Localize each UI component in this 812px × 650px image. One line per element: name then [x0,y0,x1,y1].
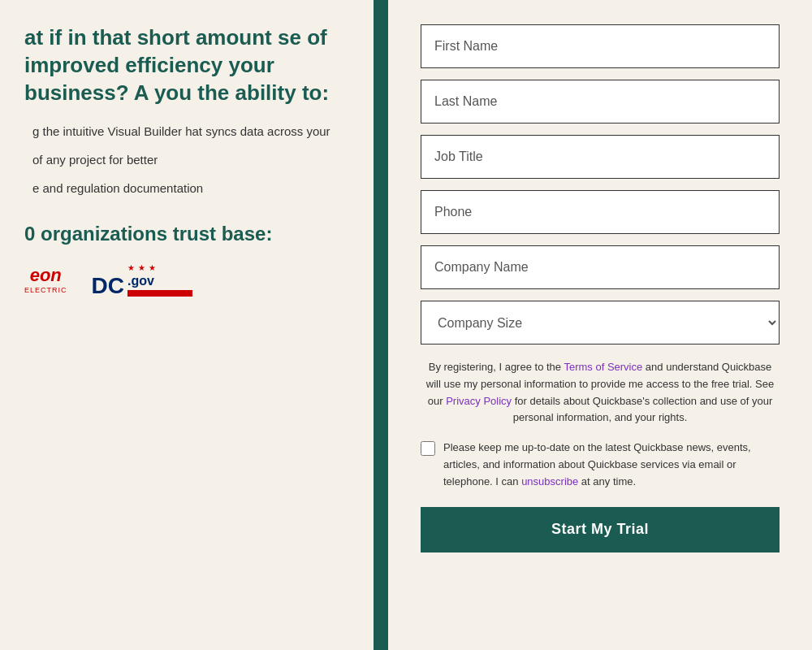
dc-stars: ★ ★ ★ [127,263,156,272]
company-name-input[interactable] [421,245,780,289]
eon-logo: eon ELECTRIC [24,265,67,294]
phone-input[interactable] [421,190,780,234]
eon-logo-subtitle: ELECTRIC [24,286,67,294]
trust-section: 0 organizations trust base: eon ELECTRIC… [24,221,349,296]
last-name-input[interactable] [421,80,780,124]
dc-star-1: ★ [127,263,135,272]
signup-form: Company Size 1-10 11-50 51-200 201-500 5… [421,24,780,552]
company-size-select[interactable]: Company Size 1-10 11-50 51-200 201-500 5… [421,301,780,344]
terms-text-before: By registering, I agree to the [429,361,564,373]
feature-item-1: g the intuitive Visual Builder hat syncs… [24,123,349,140]
newsletter-checkbox[interactable] [421,441,435,456]
feature-list: g the intuitive Visual Builder hat syncs… [24,123,349,197]
job-title-input[interactable] [421,135,780,179]
headline-text: at if in that short amount se of improve… [24,24,349,106]
right-panel: Company Size 1-10 11-50 51-200 201-500 5… [388,0,812,650]
dc-logo: ★ ★ ★ DC .gov [92,263,192,297]
dc-gov-text: .gov [127,274,154,288]
newsletter-label: Please keep me up-to-date on the latest … [443,440,780,490]
newsletter-checkbox-row: Please keep me up-to-date on the latest … [421,440,780,490]
dc-star-2: ★ [138,263,145,272]
eon-logo-text: eon [30,265,62,286]
unsubscribe-link[interactable]: unsubscribe [521,475,578,488]
checkbox-text-after: at any time. [578,475,636,488]
terms-text-after: for details about Quickbase's collection… [512,395,772,424]
logos-container: eon ELECTRIC ★ ★ ★ DC .gov [24,263,349,297]
dc-red-bar [127,290,192,297]
feature-item-3: e and regulation documentation [24,180,349,197]
start-trial-button[interactable]: Start My Trial [421,507,780,552]
feature-item-2: of any project for better [24,151,349,168]
terms-of-service-link[interactable]: Terms of Service [564,361,642,373]
left-panel: at if in that short amount se of improve… [0,0,374,650]
dc-logo-text: DC [92,275,124,296]
terms-paragraph: By registering, I agree to the Terms of … [421,359,780,427]
dc-star-3: ★ [149,263,156,272]
first-name-input[interactable] [421,24,780,68]
trust-text: 0 organizations trust base: [24,221,349,246]
divider-bar [374,0,388,650]
privacy-policy-link[interactable]: Privacy Policy [446,395,512,407]
